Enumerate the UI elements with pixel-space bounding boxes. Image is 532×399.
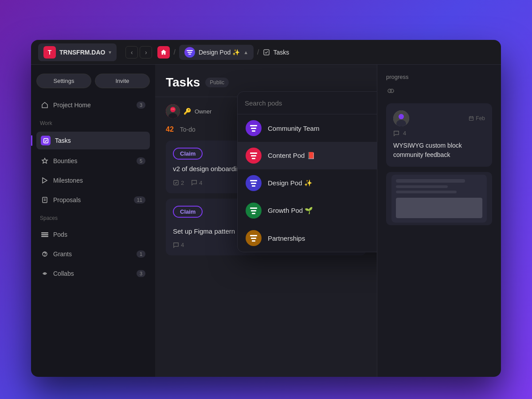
breadcrumb-sep-1: / xyxy=(173,48,175,56)
thumbnail-card xyxy=(386,172,492,225)
pod-item-growth-pod[interactable]: Growth Pod 🌱 xyxy=(238,197,377,224)
collabs-sidebar-icon xyxy=(41,270,49,278)
claim-button-1[interactable]: Claim xyxy=(173,148,203,160)
workspace-icon: T xyxy=(43,46,56,59)
screen-wrapper: T TRNSFRM.DAO ▾ ‹ › / xyxy=(31,40,501,377)
design-pod-label: Design Pod ✨ xyxy=(268,179,313,187)
svg-rect-6 xyxy=(41,232,48,234)
task-count: 42 xyxy=(166,125,174,133)
invite-button[interactable]: Invite xyxy=(95,74,150,88)
right-panel-card-1: Feb 4 WYSIWYG custom block community fee… xyxy=(386,103,492,167)
proposals-badge: 11 xyxy=(134,196,145,203)
svg-rect-3 xyxy=(43,197,47,203)
owner-label: Owner xyxy=(195,108,211,115)
svg-point-11 xyxy=(44,273,46,274)
svg-rect-25 xyxy=(469,117,473,120)
claim-button-2[interactable]: Claim xyxy=(173,206,203,218)
content-pod-label: Content Pod 📕 xyxy=(268,152,315,160)
home-sidebar-icon xyxy=(41,101,49,109)
bounties-sidebar-icon xyxy=(41,157,49,165)
pod-item-content-pod[interactable]: Content Pod 📕 xyxy=(238,142,377,169)
comment-count-2: 4 xyxy=(173,242,184,248)
pods-sidebar-icon xyxy=(41,231,49,239)
right-card-meta-1: 4 xyxy=(393,130,485,137)
svg-rect-7 xyxy=(41,234,48,235)
milestones-label: Milestones xyxy=(53,177,145,184)
pods-label: Pods xyxy=(53,231,145,238)
design-pod-avatar xyxy=(246,175,262,191)
sidebar-item-project-home[interactable]: Project Home 3 xyxy=(36,97,150,113)
svg-point-15 xyxy=(172,109,173,110)
grants-sidebar-icon xyxy=(41,250,49,258)
owner-key-icon: 🔑 xyxy=(184,108,191,115)
breadcrumb-sep-2: / xyxy=(257,48,259,56)
sidebar: Settings Invite Project Home 3 Work xyxy=(31,65,155,377)
project-home-badge: 3 xyxy=(137,102,145,109)
nav-arrows: ‹ › xyxy=(125,46,152,59)
sidebar-actions: Settings Invite xyxy=(36,74,150,88)
growth-pod-label: Growth Pod 🌱 xyxy=(268,207,313,215)
sidebar-item-collabs[interactable]: Collabs 3 xyxy=(36,266,150,282)
pod-avatar xyxy=(184,47,195,58)
svg-point-23 xyxy=(399,114,404,119)
sidebar-item-grants[interactable]: Grants 1 xyxy=(36,246,150,262)
content-area: Tasks Public 🔑 Owner xyxy=(155,65,377,377)
pod-item-design-pod[interactable]: Design Pod ✨ xyxy=(238,169,377,197)
community-team-label: Community Team xyxy=(268,125,319,132)
count-label: To-do xyxy=(180,126,196,133)
proposals-label: Proposals xyxy=(53,196,129,203)
search-input[interactable] xyxy=(245,99,377,107)
content-title: Tasks xyxy=(166,75,200,90)
tasks-sidebar-icon xyxy=(41,136,51,145)
sidebar-item-milestones[interactable]: Milestones xyxy=(36,172,150,188)
svg-marker-2 xyxy=(42,158,47,163)
svg-point-16 xyxy=(173,109,175,110)
pod-breadcrumb[interactable]: Design Pod ✨ ▲ xyxy=(179,45,254,60)
subtask-count-1: 2 xyxy=(173,180,184,186)
milestones-sidebar-icon xyxy=(41,176,49,184)
pod-item-community-team[interactable]: Community Team xyxy=(238,114,377,142)
breadcrumb-tasks: Tasks xyxy=(263,49,289,56)
pod-name: Design Pod ✨ xyxy=(199,49,240,56)
sidebar-item-tasks[interactable]: Tasks xyxy=(36,132,150,149)
sidebar-item-pods[interactable]: Pods xyxy=(36,227,150,243)
partnerships-label: Partnerships xyxy=(268,235,305,242)
bounties-badge: 5 xyxy=(137,157,145,164)
svg-point-13 xyxy=(170,107,176,112)
collabs-badge: 3 xyxy=(137,270,145,277)
work-section-label: Work xyxy=(36,117,150,128)
sidebar-item-bounties[interactable]: Bounties 5 xyxy=(36,153,150,169)
content-badge: Public xyxy=(205,78,229,87)
svg-point-21 xyxy=(390,89,394,93)
sidebar-item-proposals[interactable]: Proposals 11 xyxy=(36,192,150,208)
settings-button[interactable]: Settings xyxy=(36,74,91,88)
owner-avatar xyxy=(166,104,180,118)
workspace-selector[interactable]: T TRNSFRM.DAO ▾ xyxy=(38,43,117,61)
svg-rect-8 xyxy=(41,236,48,237)
back-arrow[interactable]: ‹ xyxy=(125,46,138,59)
main-layout: Settings Invite Project Home 3 Work xyxy=(31,65,501,377)
partnerships-avatar xyxy=(246,230,262,246)
breadcrumb: / Design Pod ✨ ▲ / Tasks xyxy=(157,45,289,60)
grants-label: Grants xyxy=(53,250,132,258)
collabs-label: Collabs xyxy=(53,270,132,277)
grants-badge: 1 xyxy=(137,250,145,258)
bounties-label: Bounties xyxy=(53,157,132,164)
chevron-down-icon: ▾ xyxy=(109,49,111,55)
svg-point-10 xyxy=(45,256,45,256)
right-panel-header: progress xyxy=(386,74,492,80)
pod-chevron-up-icon: ▲ xyxy=(243,50,248,55)
right-card-title-1: WYSIWYG custom block community feedback xyxy=(393,141,485,160)
community-team-avatar xyxy=(246,120,262,136)
forward-arrow[interactable]: › xyxy=(140,46,152,59)
content-pod-avatar xyxy=(246,148,262,164)
pod-item-partnerships[interactable]: Partnerships xyxy=(238,224,377,252)
dropdown-search-bar xyxy=(238,92,377,114)
home-icon[interactable] xyxy=(157,46,170,59)
tasks-label: Tasks xyxy=(55,137,145,144)
pod-dropdown: Community Team Content Pod 📕 xyxy=(237,91,377,252)
workspace-name: TRNSFRM.DAO xyxy=(59,49,105,56)
pod-stripes-icon xyxy=(187,50,193,55)
growth-pod-avatar xyxy=(246,203,262,219)
titlebar: T TRNSFRM.DAO ▾ ‹ › / xyxy=(31,40,501,65)
